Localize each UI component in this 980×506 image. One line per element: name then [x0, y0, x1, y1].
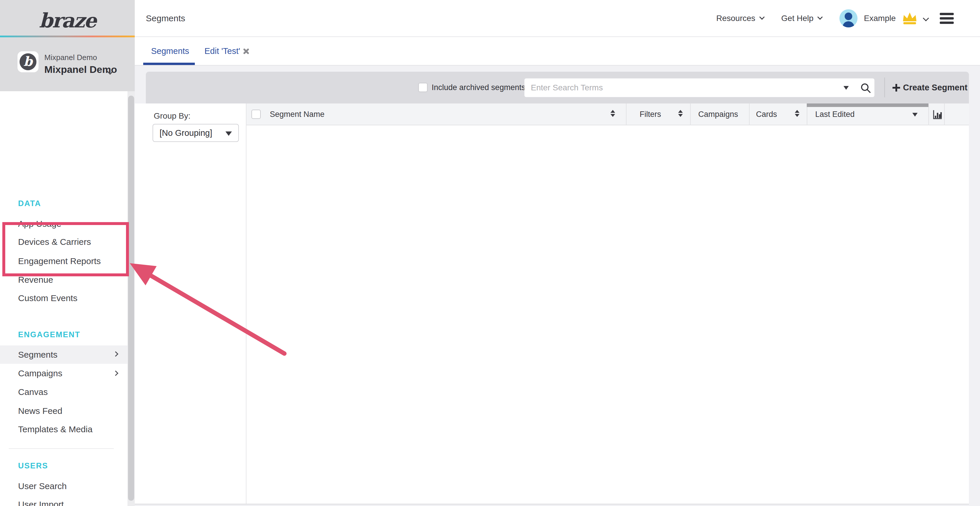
- group-by-select[interactable]: [No Grouping]: [153, 124, 239, 142]
- chevron-right-icon: [113, 351, 118, 357]
- sidebar-scrollbar[interactable]: [127, 91, 135, 506]
- section-title-users: USERS: [18, 457, 48, 474]
- sidebar-item-user-search[interactable]: User Search: [0, 477, 127, 495]
- resources-menu[interactable]: Resources: [716, 14, 764, 23]
- braze-b-icon: b: [19, 53, 37, 70]
- column-cards[interactable]: Cards: [756, 103, 777, 125]
- active-tab-underline: [143, 63, 195, 65]
- sidebar-item-campaigns[interactable]: Campaigns: [0, 365, 127, 382]
- column-campaigns[interactable]: Campaigns: [698, 103, 738, 125]
- sidebar-item-label: Campaigns: [18, 368, 62, 378]
- get-help-label: Get Help: [781, 14, 814, 23]
- tab-segments[interactable]: Segments: [151, 37, 189, 65]
- sort-icon[interactable]: [611, 110, 615, 117]
- page-title: Segments: [146, 0, 185, 36]
- chevron-down-icon: [817, 14, 822, 19]
- top-bar-right: Resources Get Help Example: [716, 0, 954, 36]
- workspace-app-label: Mixpanel Demo: [45, 53, 97, 62]
- top-bar: Segments Resources Get Help Example: [135, 0, 980, 37]
- chevron-down-icon[interactable]: [923, 15, 929, 21]
- divider: [9, 448, 114, 449]
- group-by-panel: Group By: [No Grouping]: [135, 103, 247, 504]
- sort-down-icon[interactable]: [912, 113, 918, 117]
- section-title-data: DATA: [18, 195, 41, 212]
- sidebar-item-revenue[interactable]: Revenue: [0, 271, 127, 289]
- sidebar-item-segments[interactable]: Segments: [0, 346, 127, 364]
- search-icon[interactable]: [860, 82, 872, 94]
- sidebar-item-news-feed[interactable]: News Feed: [0, 402, 127, 420]
- sidebar-item-devices-carriers[interactable]: Devices & Carriers: [0, 233, 127, 251]
- bar-chart-icon[interactable]: [932, 109, 943, 121]
- create-segment-label: Create Segment: [903, 72, 967, 103]
- hamburger-menu-icon[interactable]: [940, 13, 954, 24]
- workspace-switcher[interactable]: Mixpanel Demo: [45, 64, 117, 75]
- sort-icon[interactable]: [678, 110, 683, 117]
- chevron-down-icon: [759, 14, 764, 19]
- table-header: Segment Name Filters Campaigns Cards Las…: [247, 103, 969, 125]
- scrollbar-thumb[interactable]: [128, 95, 134, 501]
- braze-logo: braze: [0, 6, 135, 35]
- sidebar-item-label: Segments: [18, 350, 57, 359]
- sidebar-item-canvas[interactable]: Canvas: [0, 383, 127, 401]
- search-input[interactable]: [524, 78, 874, 97]
- sidebar-item-custom-events[interactable]: Custom Events: [0, 289, 127, 307]
- tab-edit-test[interactable]: Edit 'Test': [204, 37, 240, 65]
- divider: [885, 78, 885, 97]
- section-title-engagement: ENGAGEMENT: [18, 326, 81, 343]
- search-dropdown-arrow-icon[interactable]: [843, 86, 849, 90]
- chevron-right-icon: [113, 370, 118, 376]
- user-name: Example: [864, 14, 896, 23]
- workspace-app-icon: b: [18, 51, 38, 72]
- sort-icon[interactable]: [795, 110, 799, 117]
- crown-icon: [902, 12, 917, 25]
- include-archived-checkbox[interactable]: [418, 83, 428, 92]
- sidebar-item-templates-media[interactable]: Templates & Media: [0, 420, 127, 438]
- segments-table: Segment Name Filters Campaigns Cards Las…: [247, 103, 969, 504]
- sidebar-item-app-usage[interactable]: App Usage: [0, 215, 127, 233]
- close-icon[interactable]: [242, 48, 250, 55]
- tab-bar: Segments Edit 'Test': [135, 37, 980, 66]
- group-by-value: [No Grouping]: [159, 124, 212, 141]
- get-help-menu[interactable]: Get Help: [781, 14, 822, 23]
- include-archived-label: Include archived segments: [432, 72, 525, 103]
- group-by-label: Group By:: [154, 111, 191, 121]
- select-all-checkbox[interactable]: [251, 109, 261, 119]
- column-filters[interactable]: Filters: [640, 103, 661, 125]
- create-segment-button[interactable]: Create Segment: [892, 72, 967, 103]
- resources-label: Resources: [716, 14, 756, 23]
- avatar[interactable]: [839, 10, 858, 27]
- segments-toolbar: Include archived segments Create Segment: [146, 72, 969, 103]
- sidebar-item-engagement-reports[interactable]: Engagement Reports: [0, 252, 127, 270]
- content-bottom-border: [135, 504, 969, 504]
- sidebar-nav: DATA App Usage Devices & Carriers Engage…: [0, 91, 127, 506]
- brand-gradient-bar: [0, 36, 135, 37]
- dropdown-arrow-icon: [226, 132, 232, 136]
- sidebar-item-user-import[interactable]: User Import: [0, 496, 127, 506]
- avatar-person-icon: [845, 13, 852, 20]
- column-segment-name[interactable]: Segment Name: [270, 103, 325, 125]
- sidebar-header: braze b Mixpanel Demo Mixpanel Demo: [0, 0, 135, 91]
- column-last-edited[interactable]: Last Edited: [815, 103, 854, 125]
- plus-icon: [892, 84, 900, 92]
